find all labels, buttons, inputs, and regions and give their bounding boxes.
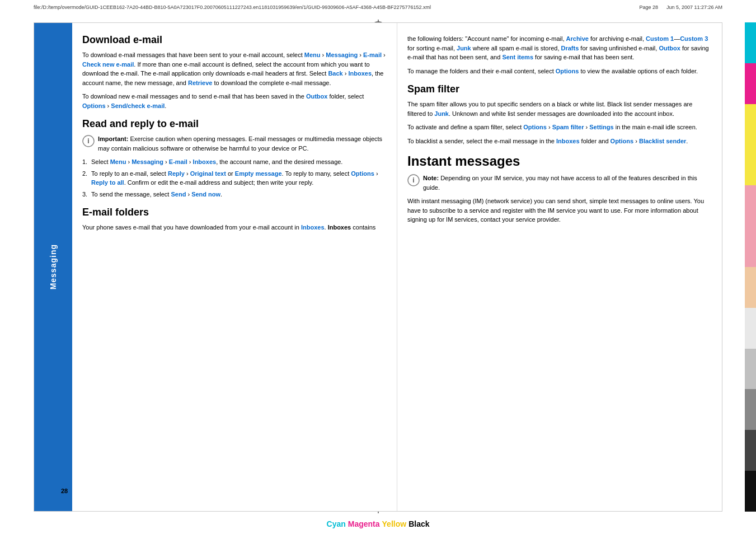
link-spam-filter: Spam filter bbox=[552, 124, 584, 130]
file-path-bar: file:/D:/temp/overmode/GUID-1CEEB162-7A2… bbox=[34, 4, 722, 10]
spam-filter-heading: Spam filter bbox=[407, 83, 712, 95]
swatch-yellow2 bbox=[745, 144, 756, 185]
note-label: Note: bbox=[423, 175, 439, 181]
spam-filter-para3: To blacklist a sender, select the e-mail… bbox=[407, 137, 712, 146]
link-drafts: Drafts bbox=[561, 45, 579, 51]
read-reply-heading: Read and reply to e-mail bbox=[82, 118, 387, 130]
link-retrieve: Retrieve bbox=[188, 79, 212, 86]
label-cyan: Cyan bbox=[327, 519, 346, 528]
link-inboxes-4: Inboxes bbox=[556, 138, 580, 144]
download-email-para2: To download new e-mail messages and to s… bbox=[82, 92, 387, 110]
important-box: i Important: Exercise caution when openi… bbox=[82, 134, 387, 153]
link-back: Back bbox=[328, 70, 342, 77]
link-custom1: Custom 1 bbox=[646, 35, 674, 42]
page-container: Messaging 28 Download e-mail To download… bbox=[34, 22, 722, 512]
swatch-silver bbox=[745, 349, 756, 390]
swatch-magenta bbox=[745, 63, 756, 104]
swatch-cyan bbox=[745, 22, 756, 63]
link-messaging: Messaging bbox=[326, 51, 358, 58]
link-options-2: Options bbox=[351, 170, 374, 177]
link-inboxes-3: Inboxes bbox=[301, 224, 325, 231]
link-options: Options bbox=[82, 102, 106, 109]
note-box: i Note: Depending on your IM service, yo… bbox=[407, 174, 712, 192]
email-folders-heading: E-mail folders bbox=[82, 207, 387, 218]
swatch-black bbox=[745, 471, 756, 512]
swatch-peach bbox=[745, 267, 756, 308]
link-email-2: E-mail bbox=[169, 158, 187, 165]
link-inboxes: Inboxes bbox=[349, 70, 372, 77]
swatch-darkgray bbox=[745, 430, 756, 471]
email-folders-para: Your phone saves e-mail that you have do… bbox=[82, 223, 387, 232]
link-send-check: Send/check e-mail bbox=[111, 102, 165, 109]
left-column: Download e-mail To download e-mail messa… bbox=[72, 23, 397, 511]
swatch-yellow1 bbox=[745, 104, 756, 145]
link-send: Send bbox=[171, 191, 186, 198]
link-sent-items: Sent items bbox=[502, 54, 533, 60]
link-empty-message: Empty message bbox=[235, 170, 282, 177]
link-options-4: Options bbox=[523, 124, 547, 130]
swatch-pink2 bbox=[745, 226, 756, 267]
swatch-lightgray bbox=[745, 308, 756, 349]
email-folders-cont: the following folders: "Account name" fo… bbox=[407, 34, 712, 62]
link-menu-2: Menu bbox=[110, 158, 126, 165]
link-settings: Settings bbox=[589, 124, 613, 130]
link-outbox-2: Outbox bbox=[659, 45, 680, 51]
section-tab: Messaging bbox=[34, 23, 72, 511]
spam-filter-para2: To activate and define a spam filter, se… bbox=[407, 123, 712, 132]
important-icon: i bbox=[82, 135, 95, 147]
link-options-3: Options bbox=[556, 68, 579, 74]
link-reply: Reply bbox=[168, 170, 185, 177]
instant-messages-heading: Instant messages bbox=[407, 153, 712, 169]
link-junk: Junk bbox=[457, 45, 471, 51]
svg-text:i: i bbox=[87, 137, 89, 145]
swatch-pink1 bbox=[745, 185, 756, 226]
label-magenta: Magenta bbox=[348, 519, 380, 528]
link-junk-2: Junk bbox=[434, 110, 449, 117]
link-check-new-email: Check new e-mail bbox=[82, 61, 134, 68]
color-labels: Cyan Magenta Yellow Black bbox=[34, 519, 722, 528]
note-icon: i bbox=[407, 174, 420, 186]
note-text: Note: Depending on your IM service, you … bbox=[423, 174, 712, 192]
right-column: the following folders: "Account name" fo… bbox=[397, 23, 722, 511]
svg-text:i: i bbox=[412, 176, 414, 184]
link-outbox: Outbox bbox=[306, 93, 328, 100]
link-reply-all: Reply to all bbox=[91, 179, 124, 186]
swatch-gray bbox=[745, 389, 756, 430]
link-original-text: Original text bbox=[190, 170, 226, 177]
download-email-para1: To download e-mail messages that have be… bbox=[82, 50, 387, 87]
content-area: Download e-mail To download e-mail messa… bbox=[72, 23, 722, 511]
important-label: Important: bbox=[98, 135, 128, 142]
spam-filter-para1: The spam filter allows you to put specif… bbox=[407, 100, 712, 118]
link-email: E-mail bbox=[363, 51, 382, 58]
link-send-now: Send now bbox=[191, 191, 220, 198]
instant-messages-para: With instant messaging (IM) (network ser… bbox=[407, 196, 712, 224]
link-menu: Menu bbox=[304, 51, 321, 58]
link-archive: Archive bbox=[566, 35, 589, 42]
section-tab-label: Messaging bbox=[49, 244, 58, 289]
page-info: Page 28 Jun 5, 2007 11:27:26 AM bbox=[639, 4, 722, 10]
link-custom3: Custom 3 bbox=[680, 35, 708, 42]
link-messaging-2: Messaging bbox=[132, 158, 163, 165]
label-black: Black bbox=[408, 519, 429, 528]
file-path-text: file:/D:/temp/overmode/GUID-1CEEB162-7A2… bbox=[34, 4, 431, 10]
important-text: Important: Exercise caution when opening… bbox=[98, 134, 387, 153]
link-options-5: Options bbox=[611, 138, 634, 144]
list-item-2: To reply to an e-mail, select Reply › Or… bbox=[82, 169, 387, 188]
inboxes-bold: Inboxes bbox=[328, 224, 351, 231]
manage-folders-para: To manage the folders and their e-mail c… bbox=[407, 67, 712, 76]
list-item-1: Select Menu › Messaging › E-mail › Inbox… bbox=[82, 157, 387, 167]
download-email-heading: Download e-mail bbox=[82, 34, 387, 46]
link-inboxes-2: Inboxes bbox=[193, 158, 217, 165]
list-item-3: To send the message, select Send › Send … bbox=[82, 190, 387, 199]
link-blacklist: Blacklist sender bbox=[639, 138, 686, 144]
label-yellow: Yellow bbox=[382, 519, 407, 528]
color-swatches bbox=[745, 22, 756, 512]
